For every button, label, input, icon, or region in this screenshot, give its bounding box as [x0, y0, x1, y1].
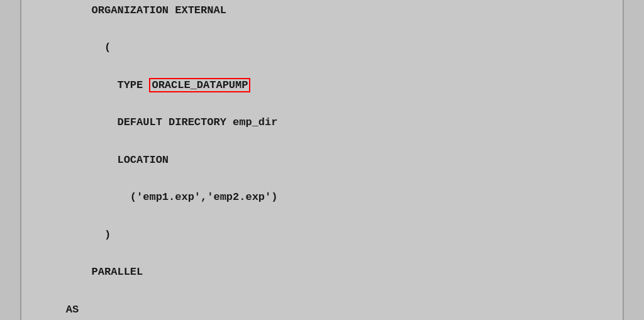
line-type-pre: TYPE — [66, 79, 150, 91]
line-as: AS — [66, 304, 79, 316]
line-default-directory: DEFAULT DIRECTORY emp_dir — [66, 116, 278, 128]
line-location-values: ('emp1.exp','emp2.exp') — [66, 191, 278, 203]
highlight-oracle-datapump: ORACLE_DATAPUMP — [149, 78, 250, 92]
line-close-paren: ) — [66, 229, 111, 241]
line-organization: ORGANIZATION EXTERNAL — [66, 4, 226, 16]
code-container: CREATE TABLE emp_ext (employee_id, first… — [20, 0, 624, 320]
line-parallel: PARALLEL — [66, 266, 143, 278]
line-open-paren: ( — [66, 41, 111, 53]
code-block: CREATE TABLE emp_ext (employee_id, first… — [40, 0, 604, 320]
line-location: LOCATION — [66, 154, 169, 166]
